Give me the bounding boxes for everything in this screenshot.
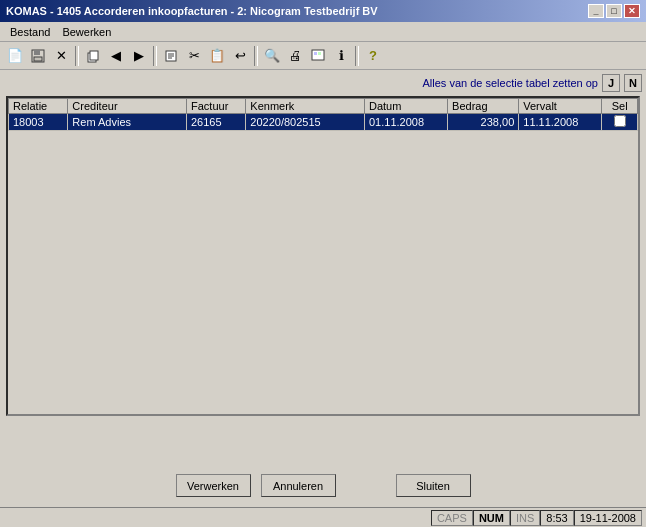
col-sel: Sel	[602, 99, 638, 114]
caps-indicator: CAPS	[431, 510, 473, 526]
new-btn[interactable]: 📄	[4, 45, 26, 67]
back-btn[interactable]: ◀	[105, 45, 127, 67]
time-display: 8:53	[540, 510, 573, 526]
svg-rect-4	[90, 51, 98, 60]
selection-text: Alles van de selectie tabel zetten op	[422, 77, 598, 89]
cell-crediteur: Rem Advies	[68, 114, 187, 131]
toolbar-sep-1	[75, 46, 79, 66]
title-bar-buttons: _ □ ✕	[588, 4, 640, 18]
maximize-button[interactable]: □	[606, 4, 622, 18]
toolbar: 📄 ✕ ◀ ▶ ✂ 📋 ↩ 🔍 🖨 ℹ ?	[0, 42, 646, 70]
cut-btn[interactable]: ✂	[183, 45, 205, 67]
minimize-button[interactable]: _	[588, 4, 604, 18]
invoice-table: Relatie Crediteur Factuur Kenmerk Datum …	[8, 98, 638, 131]
undo-btn[interactable]: ↩	[229, 45, 251, 67]
svg-rect-11	[318, 52, 321, 55]
sluiten-button[interactable]: Sluiten	[396, 474, 471, 497]
sel-j-button[interactable]: J	[602, 74, 620, 92]
button-row: Verwerken Annuleren Sluiten	[0, 466, 646, 505]
cell-bedrag: 238,00	[448, 114, 519, 131]
save-btn[interactable]	[27, 45, 49, 67]
col-relatie: Relatie	[9, 99, 68, 114]
cell-kenmerk: 20220/802515	[246, 114, 365, 131]
print-btn[interactable]: 🖨	[284, 45, 306, 67]
col-vervalt: Vervalt	[519, 99, 602, 114]
status-bar: CAPS NUM INS 8:53 19-11-2008	[0, 507, 646, 527]
close-button[interactable]: ✕	[624, 4, 640, 18]
cell-sel[interactable]	[602, 114, 638, 131]
sel-n-button[interactable]: N	[624, 74, 642, 92]
annuleren-button[interactable]: Annuleren	[261, 474, 336, 497]
delete-btn[interactable]: ✕	[50, 45, 72, 67]
export-btn[interactable]	[307, 45, 329, 67]
cell-relatie: 18003	[9, 114, 68, 131]
col-kenmerk: Kenmerk	[246, 99, 365, 114]
menu-bewerken[interactable]: Bewerken	[56, 24, 117, 40]
table-header-row: Relatie Crediteur Factuur Kenmerk Datum …	[9, 99, 638, 114]
col-bedrag: Bedrag	[448, 99, 519, 114]
svg-rect-10	[314, 52, 317, 55]
copy2-btn[interactable]	[160, 45, 182, 67]
find-btn[interactable]: 🔍	[261, 45, 283, 67]
num-indicator: NUM	[473, 510, 510, 526]
title-text: KOMAS - 1405 Accorderen inkoopfacturen -…	[6, 5, 378, 17]
toolbar-sep-4	[355, 46, 359, 66]
help-btn[interactable]: ?	[362, 45, 384, 67]
selection-info: Alles van de selectie tabel zetten op J …	[0, 72, 646, 94]
menu-bestand[interactable]: Bestand	[4, 24, 56, 40]
svg-rect-1	[34, 50, 40, 55]
verwerken-button[interactable]: Verwerken	[176, 474, 251, 497]
toolbar-sep-2	[153, 46, 157, 66]
col-datum: Datum	[365, 99, 448, 114]
table-row[interactable]: 18003Rem Advies2616520220/80251501.11.20…	[9, 114, 638, 131]
paste-btn[interactable]: 📋	[206, 45, 228, 67]
cell-factuur: 26165	[187, 114, 246, 131]
date-display: 19-11-2008	[574, 510, 642, 526]
toolbar-sep-3	[254, 46, 258, 66]
cell-vervalt: 11.11.2008	[519, 114, 602, 131]
invoice-table-container: Relatie Crediteur Factuur Kenmerk Datum …	[6, 96, 640, 416]
col-crediteur: Crediteur	[68, 99, 187, 114]
title-bar: KOMAS - 1405 Accorderen inkoopfacturen -…	[0, 0, 646, 22]
col-factuur: Factuur	[187, 99, 246, 114]
svg-rect-2	[34, 57, 42, 61]
ins-indicator: INS	[510, 510, 540, 526]
info-btn[interactable]: ℹ	[330, 45, 352, 67]
cell-datum: 01.11.2008	[365, 114, 448, 131]
forward-btn[interactable]: ▶	[128, 45, 150, 67]
copy-btn[interactable]	[82, 45, 104, 67]
menu-bar: Bestand Bewerken	[0, 22, 646, 42]
